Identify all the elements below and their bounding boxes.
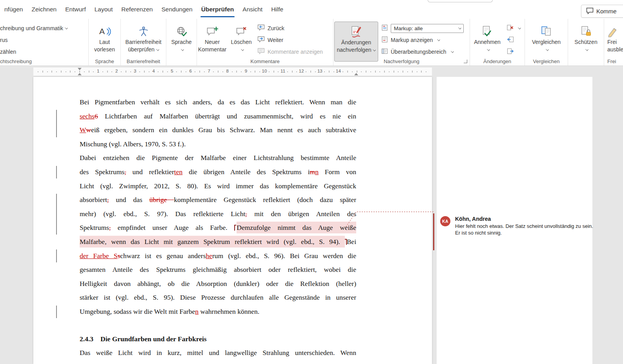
- hide-ink-button[interactable]: Frei ausble: [604, 19, 623, 53]
- document-line[interactable]: Helligkeit davon abhängt, ob die Absorpt…: [80, 277, 356, 291]
- text-run[interactable]: und reflektier: [126, 168, 174, 176]
- text-run[interactable]: empfindet unser Auge als Farbe.: [111, 224, 234, 231]
- right-indent-marker[interactable]: [354, 73, 358, 75]
- text-run[interactable]: Lichtfarben auf Malfarben überträgt und …: [98, 112, 356, 120]
- document-line[interactable]: Wweiß ergeben, sondern ein dunkles Grau …: [80, 123, 356, 137]
- heading-text[interactable]: 2.4.3: [80, 335, 93, 343]
- text-run[interactable]: absorbiert: [80, 196, 107, 204]
- document-line[interactable]: sechs6 Lichtfarben auf Malfarben überträ…: [80, 109, 356, 124]
- text-run[interactable]: Mischung (vgl. Albers, 1970, S. 53 f.).: [80, 140, 186, 148]
- text-run[interactable]: Bei: [347, 238, 356, 246]
- protect-button[interactable]: Schützen: [568, 19, 604, 53]
- next-comment-label: Weiter: [268, 37, 283, 43]
- next-comment-button[interactable]: Weiter: [255, 34, 323, 46]
- document-line[interactable]: des Spektrums, und reflektierten die übr…: [80, 165, 356, 179]
- comment-avatar[interactable]: KA: [440, 216, 450, 226]
- tab-ansicht[interactable]: Ansicht: [238, 0, 267, 19]
- tracked-insertion[interactable]: n: [315, 168, 319, 176]
- tracked-deletion[interactable]: w: [86, 126, 91, 134]
- tab-referenzen[interactable]: Referenzen: [117, 0, 157, 19]
- comment-anchor-open-bracket[interactable]: [234, 225, 236, 231]
- text-run[interactable]: Bei Pigmentfarben verhält es sich anders…: [80, 98, 356, 106]
- search-box-partial[interactable]: [428, 0, 493, 2]
- text-run[interactable]: gesamten Anteile des Spektrums gleichmäß…: [80, 266, 356, 273]
- commented-text[interactable]: Demzufolge nimmt das Auge weiße: [237, 222, 356, 233]
- document-line[interactable]: Spektrums, empfindet unser Auge als Farb…: [80, 221, 356, 235]
- show-markup-button[interactable]: Markup anzeigen: [381, 34, 464, 46]
- tracked-deletion[interactable]: 6: [95, 112, 98, 120]
- reviewing-pane-button[interactable]: Überarbeitungsbereich: [381, 46, 464, 58]
- document-line[interactable]: Bei Pigmentfarben verhält es sich anders…: [80, 95, 356, 109]
- document-line[interactable]: Umgebung, sodass wir die Welt mit Farben…: [80, 305, 356, 319]
- text-run[interactable]: Dabei entziehen die Pigmente der Malfarb…: [80, 154, 356, 162]
- compare-button[interactable]: Vergleichen: [525, 19, 568, 53]
- text-run[interactable]: Spektrums: [80, 224, 109, 231]
- heading-text[interactable]: Die Grundfarben und der Farbkreis: [100, 335, 207, 343]
- previous-comment-button[interactable]: Zurück: [255, 22, 323, 34]
- tracked-deletion[interactable]: übrige: [149, 196, 174, 204]
- tab-zeichnen[interactable]: Zeichnen: [27, 0, 61, 19]
- text-run[interactable]: komplementäre Gegenstück reflektiert (do…: [174, 196, 356, 204]
- text-run[interactable]: wahrnehmen können.: [199, 308, 259, 315]
- read-aloud-button[interactable]: A Laut vorlesen: [89, 19, 120, 53]
- tracked-insertion[interactable]: sechs: [80, 112, 95, 120]
- tracked-insertion[interactable]: ten: [174, 168, 182, 176]
- tracked-insertion[interactable]: der Farbe S: [80, 252, 117, 260]
- tab-entwurf[interactable]: Entwurf: [61, 0, 90, 19]
- commented-text[interactable]: Malfarbe, wenn das Licht mit ganzem Spek…: [80, 236, 345, 248]
- text-run[interactable]: mit den übrigen Anteilen des: [247, 210, 356, 218]
- text-run[interactable]: des Spektrums: [80, 168, 124, 176]
- text-run[interactable]: rum (vgl. ebd., S. 96). Bei Grau werden …: [212, 252, 356, 260]
- accessibility-check-button[interactable]: Barrierefreiheit überprüfen: [121, 19, 166, 53]
- text-run[interactable]: eiß ergeben, sondern ein dunkles Grau bi…: [91, 126, 356, 134]
- next-change-button[interactable]: [505, 46, 521, 58]
- document-line[interactable]: absorbiert, und das übrige komplementäre…: [80, 193, 356, 207]
- document-line[interactable]: Mischung (vgl. Albers, 1970, S. 53 f.).: [80, 137, 356, 151]
- spelling-grammar-button[interactable]: chreibung und Grammatik: [0, 22, 88, 34]
- ruler[interactable]: 1234567891011121314: [33, 67, 432, 76]
- text-run[interactable]: die übrigen Anteile des Spektrums i: [182, 168, 310, 176]
- comments-panel-button[interactable]: Komme: [581, 5, 623, 18]
- chevron-down-icon: [518, 26, 521, 29]
- text-run[interactable]: Das weiße Licht wird in kurz, mittel und…: [80, 349, 356, 357]
- tab-hilfe[interactable]: Hilfe: [267, 0, 288, 19]
- tracking-dialog-launcher[interactable]: [464, 60, 467, 63]
- reject-button[interactable]: [505, 22, 521, 34]
- document-line[interactable]: der Farbe Sschwarz ist es genau andershe…: [80, 249, 356, 263]
- text-run[interactable]: Form von: [319, 168, 356, 176]
- tracked-deletion[interactable]: m: [310, 168, 315, 176]
- previous-change-button[interactable]: [505, 34, 521, 46]
- tab-sendungen[interactable]: Sendungen: [157, 0, 197, 19]
- left-indent-marker[interactable]: [78, 73, 82, 75]
- document-line[interactable]: 2.4.3Die Grundfarben und der Farbkreis: [80, 332, 356, 346]
- track-changes-toggle[interactable]: Änderungen nachverfolgen: [334, 22, 378, 62]
- tab-layout[interactable]: Layout: [90, 0, 117, 19]
- document-line[interactable]: Malfarbe, wenn das Licht mit ganzem Spek…: [80, 235, 356, 249]
- text-run[interactable]: chwarz ist es genau anders: [120, 252, 206, 260]
- comment-card[interactable]: KA Köhn, Andrea Hier fehlt noch etwas. D…: [433, 212, 592, 252]
- tracked-insertion[interactable]: W: [80, 126, 86, 134]
- text-run[interactable]: Licht (vgl. Zwimpfer, 2012, S. 80). Es w…: [80, 182, 356, 190]
- document-line[interactable]: Dabei entziehen die Pigmente der Malfarb…: [80, 151, 356, 165]
- document-line[interactable]: mehr) (vgl. ebd., S. 97). Das reflektier…: [80, 207, 356, 221]
- tracked-insertion[interactable]: n: [195, 308, 199, 315]
- word-count-button[interactable]: zählen: [0, 46, 88, 58]
- group-label-proofing: chtschreibung: [0, 58, 88, 64]
- text-run[interactable]: mehr) (vgl. ebd., S. 97). Das reflektier…: [80, 210, 245, 218]
- ruler-dot: [84, 71, 85, 72]
- thesaurus-button[interactable]: rus: [0, 34, 88, 46]
- document-line[interactable]: Licht (vgl. Zwimpfer, 2012, S. 80). Es w…: [80, 179, 356, 193]
- text-run[interactable]: stärker ist (vgl. ebd., S. 95). Diese Pr…: [80, 293, 356, 301]
- text-run[interactable]: und das: [109, 196, 149, 204]
- tab-ueberpruefen[interactable]: Überprüfen: [197, 0, 239, 19]
- language-button[interactable]: Sprache: [166, 19, 197, 53]
- first-line-indent-marker[interactable]: [78, 68, 82, 70]
- text-run[interactable]: Helligkeit davon abhängt, ob die Absorpt…: [80, 280, 356, 288]
- markup-select[interactable]: Markup: alle: [391, 24, 464, 33]
- text-run[interactable]: Umgebung, sodass wir die Welt mit Farbe: [80, 308, 195, 315]
- tab-einfuegen[interactable]: nfügen: [0, 0, 27, 19]
- document-line[interactable]: stärker ist (vgl. ebd., S. 95). Diese Pr…: [80, 291, 356, 305]
- tracked-insertion[interactable]: he: [206, 252, 213, 260]
- document-line[interactable]: gesamten Anteile des Spektrums gleichmäß…: [80, 263, 356, 277]
- document-line[interactable]: Das weiße Licht wird in kurz, mittel und…: [80, 346, 356, 360]
